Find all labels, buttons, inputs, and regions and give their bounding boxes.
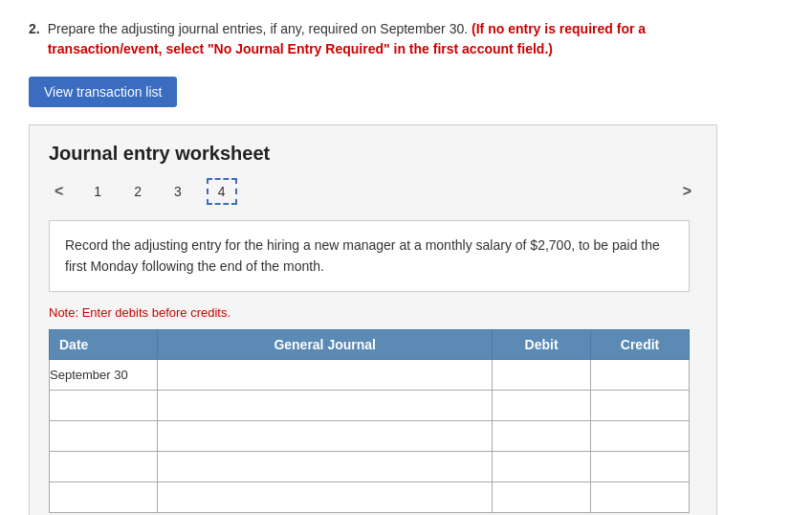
instruction-normal-text: Prepare the adjusting journal entries, i…: [48, 21, 468, 36]
description-box: Record the adjusting entry for the hirin…: [49, 220, 690, 292]
credit-cell-1[interactable]: [591, 359, 690, 390]
table-row: September 30: [50, 359, 690, 390]
tab-2[interactable]: 2: [126, 180, 149, 203]
date-cell-5: [50, 481, 158, 512]
gj-cell-1[interactable]: [158, 359, 493, 390]
table-row: [50, 420, 690, 451]
gj-cell-4[interactable]: [158, 451, 493, 481]
instruction-text: Prepare the adjusting journal entries, i…: [48, 19, 746, 59]
tab-3[interactable]: 3: [166, 180, 189, 203]
table-row: [50, 390, 690, 420]
instruction-section: 2. Prepare the adjusting journal entries…: [29, 19, 746, 59]
tab-next-button[interactable]: >: [677, 179, 697, 204]
table-row: [50, 481, 690, 512]
gj-cell-3[interactable]: [158, 420, 493, 451]
credit-cell-3[interactable]: [591, 420, 690, 451]
debit-cell-1[interactable]: [493, 359, 591, 390]
debit-input-2[interactable]: [493, 391, 590, 420]
debit-cell-5[interactable]: [493, 481, 591, 512]
debit-cell-3[interactable]: [493, 420, 591, 451]
debit-cell-4[interactable]: [493, 451, 591, 481]
tab-4[interactable]: 4: [207, 178, 237, 205]
credit-input-2[interactable]: [591, 391, 689, 420]
date-cell-4: [50, 451, 158, 481]
worksheet-title: Journal entry worksheet: [49, 143, 697, 165]
date-cell-1: September 30: [50, 359, 158, 390]
tab-1[interactable]: 1: [86, 180, 109, 203]
gj-input-2[interactable]: [158, 391, 492, 420]
table-row: [50, 451, 690, 481]
journal-table: Date General Journal Debit Credit Septem…: [49, 329, 690, 513]
header-debit: Debit: [493, 329, 591, 359]
credit-cell-4[interactable]: [591, 451, 690, 481]
description-text: Record the adjusting entry for the hirin…: [65, 237, 660, 274]
credit-cell-5[interactable]: [591, 481, 690, 512]
debit-input-3[interactable]: [493, 421, 590, 451]
debit-input-1[interactable]: [493, 360, 590, 390]
tab-prev-button[interactable]: <: [49, 179, 69, 204]
credit-input-5[interactable]: [591, 482, 689, 512]
gj-cell-2[interactable]: [158, 390, 493, 420]
gj-cell-5[interactable]: [158, 481, 493, 512]
gj-input-5[interactable]: [158, 482, 492, 512]
credit-input-1[interactable]: [591, 360, 689, 390]
view-transaction-list-button[interactable]: View transaction list: [29, 77, 177, 107]
tab-navigation: < 1 2 3 4 >: [49, 178, 697, 205]
date-value-1: September 30: [50, 368, 128, 382]
note-text: Note: Enter debits before credits.: [49, 305, 697, 320]
debit-input-4[interactable]: [493, 452, 590, 481]
debit-input-5[interactable]: [493, 482, 590, 512]
date-cell-3: [50, 420, 158, 451]
gj-input-1[interactable]: [158, 360, 492, 390]
credit-input-3[interactable]: [591, 421, 689, 451]
debit-cell-2[interactable]: [493, 390, 591, 420]
header-general-journal: General Journal: [158, 329, 493, 359]
credit-cell-2[interactable]: [591, 390, 690, 420]
gj-input-3[interactable]: [158, 421, 492, 451]
worksheet-container: Journal entry worksheet < 1 2 3 4 > Reco…: [29, 124, 717, 515]
instruction-number: 2.: [29, 19, 40, 59]
credit-input-4[interactable]: [591, 452, 689, 481]
header-date: Date: [50, 329, 158, 359]
gj-input-4[interactable]: [158, 452, 492, 481]
date-cell-2: [50, 390, 158, 420]
header-credit: Credit: [591, 329, 690, 359]
